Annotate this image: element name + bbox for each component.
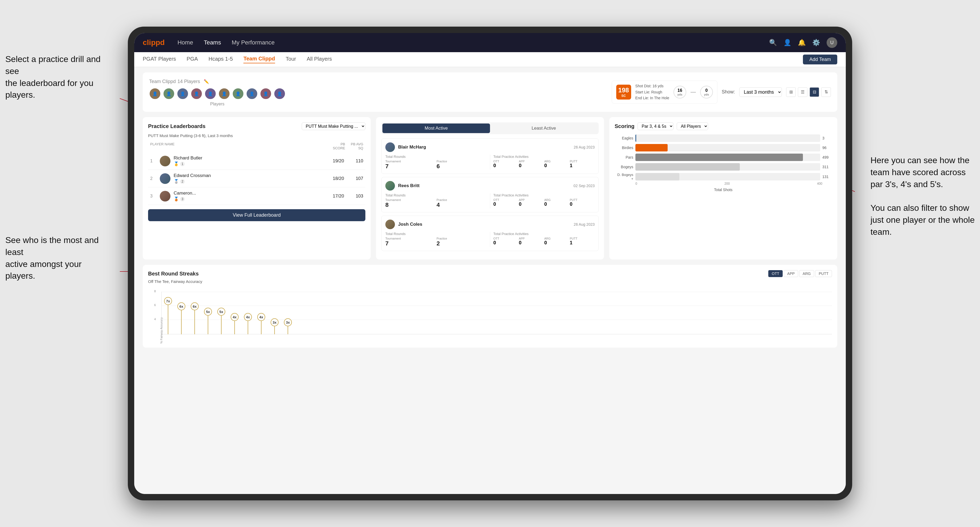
tournament-val-1: 7 bbox=[385, 163, 435, 170]
rank-3: 3 bbox=[150, 194, 157, 198]
practice-val-1: 6 bbox=[436, 163, 487, 170]
sub-nav-hcaps[interactable]: Hcaps 1-5 bbox=[208, 56, 233, 63]
tablet-screen: clippd Home Teams My Performance 🔍 👤 🔔 ⚙… bbox=[134, 33, 846, 494]
player-avatar: 👤 bbox=[232, 88, 244, 100]
leaderboard-panel-title: Practice Leaderboards bbox=[148, 123, 205, 129]
settings-icon[interactable]: ⚙️ bbox=[812, 39, 820, 46]
rank-1: 1 bbox=[150, 159, 157, 163]
col-player-name: PLAYER NAME bbox=[150, 142, 327, 150]
rank-badge-1: 1 bbox=[180, 162, 185, 167]
player-count: 14 Players bbox=[177, 79, 200, 84]
sub-nav-pga[interactable]: PGA bbox=[187, 56, 198, 63]
edit-team-icon[interactable]: ✏️ bbox=[204, 79, 209, 84]
lb-score-2: 18/20 bbox=[328, 176, 344, 181]
total-practice-label: Total Practice Activities bbox=[493, 155, 595, 159]
lollipop-stem-6 bbox=[234, 321, 235, 334]
grid-view-button[interactable]: ⊞ bbox=[786, 87, 796, 97]
show-select[interactable]: Last 3 months Last month Last year bbox=[739, 87, 782, 97]
sub-nav-pgat[interactable]: PGAT Players bbox=[143, 56, 176, 63]
putt-tab[interactable]: PUTT bbox=[815, 270, 832, 277]
lollipops-row: 7x 6x 6x 5x bbox=[161, 292, 832, 334]
leaderboard-row: 1 Richard Butler 🥇 1 19/20 110 bbox=[148, 152, 365, 170]
annotation-mid-left: See who is the most and least active amo… bbox=[5, 234, 112, 282]
nav-home[interactable]: Home bbox=[177, 39, 193, 46]
activity-panel: Most Active Least Active Blair McHarg 26… bbox=[376, 117, 604, 259]
sub-nav-tour[interactable]: Tour bbox=[286, 56, 296, 63]
lb-score-3: 17/20 bbox=[328, 194, 344, 199]
drill-select[interactable]: PUTT Must Make Putting ... bbox=[302, 122, 365, 130]
activity-avatar-2 bbox=[385, 181, 395, 190]
user-avatar[interactable]: U bbox=[827, 37, 837, 48]
putt-2: 0 bbox=[570, 202, 595, 207]
team-right: 198 SC Shot Dist: 16 yds Start Lie: Roug… bbox=[612, 81, 831, 103]
sub-nav: PGAT Players PGA Hcaps 1-5 Team Clippd T… bbox=[134, 52, 846, 67]
lb-avg-1: 110 bbox=[347, 158, 363, 163]
lollipop-10: 3x bbox=[284, 292, 292, 334]
view-icons: ⊞ ☰ ⊟ ⇅ bbox=[786, 87, 831, 97]
arg-3: 0 bbox=[544, 240, 570, 246]
person-icon[interactable]: 👤 bbox=[783, 39, 791, 46]
player-avatar: 👤 bbox=[163, 88, 175, 100]
lb-name-1: Richard Butler bbox=[173, 156, 325, 161]
col-pb-avg: PB AVG SQ bbox=[347, 142, 363, 150]
ott-3: 0 bbox=[493, 240, 519, 246]
rank-badge-3: 3 bbox=[180, 197, 185, 202]
lollipop-stem-4 bbox=[208, 316, 208, 334]
nav-my-performance[interactable]: My Performance bbox=[232, 39, 275, 46]
search-icon[interactable]: 🔍 bbox=[769, 39, 777, 46]
total-practice-label-2: Total Practice Activities bbox=[493, 193, 595, 197]
total-rounds-label-3: Total Rounds bbox=[385, 232, 487, 236]
least-active-tab[interactable]: Least Active bbox=[490, 124, 598, 133]
arg-tab[interactable]: ARG bbox=[799, 270, 814, 277]
birdies-track bbox=[635, 144, 820, 151]
bell-icon[interactable]: 🔔 bbox=[798, 39, 806, 46]
activity-card-2-header: Rees Britt 02 Sep 2023 bbox=[385, 181, 595, 190]
activity-date-1: 26 Aug 2023 bbox=[574, 145, 595, 149]
dbogeys-value: 131 bbox=[822, 175, 832, 179]
nav-teams[interactable]: Teams bbox=[204, 39, 221, 46]
lb-name-3: Cameron... bbox=[173, 190, 325, 196]
bogeys-value: 311 bbox=[822, 165, 832, 169]
activity-card-3: Josh Coles 26 Aug 2023 Total Rounds Tour… bbox=[381, 216, 599, 251]
view-full-leaderboard-button[interactable]: View Full Leaderboard bbox=[148, 209, 365, 221]
streaks-subtitle: Off The Tee, Fairway Accuracy bbox=[148, 279, 832, 284]
chart-x-title: Total Shots bbox=[615, 187, 832, 192]
lb-avg-3: 103 bbox=[347, 194, 363, 199]
lollipop-label-5: 5x bbox=[217, 308, 225, 316]
app-tab[interactable]: APP bbox=[784, 270, 798, 277]
activity-name-1: Blair McHarg bbox=[398, 144, 570, 150]
lollipop-label-4: 5x bbox=[204, 308, 212, 316]
tablet-device: clippd Home Teams My Performance 🔍 👤 🔔 ⚙… bbox=[128, 27, 852, 500]
lollipop-9: 3x bbox=[270, 292, 278, 334]
eagles-bar-row: Eagles 3 bbox=[615, 135, 832, 142]
pars-bar-row: Pars 499 bbox=[615, 154, 832, 161]
activity-tabs: Most Active Least Active bbox=[381, 122, 599, 134]
filter-view-button[interactable]: ⇅ bbox=[821, 87, 831, 97]
players-label: Players bbox=[149, 102, 285, 106]
lollipop-4: 5x bbox=[204, 292, 212, 334]
sub-nav-team-clippd[interactable]: Team Clippd bbox=[243, 56, 275, 63]
lollipop-label-3: 6x bbox=[191, 302, 199, 310]
col-pb-score: PB SCORE bbox=[329, 142, 345, 150]
bogeys-label: Bogeys bbox=[615, 165, 633, 169]
leaderboard-subtitle: PUTT Must Make Putting (3-6 ft), Last 3 … bbox=[148, 133, 365, 138]
sub-nav-all-players[interactable]: All Players bbox=[307, 56, 332, 63]
annotation-top-right: Here you can see how the team have score… bbox=[870, 154, 975, 238]
add-team-button[interactable]: Add Team bbox=[803, 55, 837, 64]
lollipop-chart-container: % Fairway Accuracy 8 6 4 7x bbox=[148, 289, 832, 342]
par-filter-select[interactable]: Par 3, 4 & 5s Par 3s Par 4s Par 5s bbox=[638, 122, 673, 130]
list-view-button[interactable]: ☰ bbox=[798, 87, 807, 97]
divider-1 bbox=[490, 155, 490, 170]
lollipop-stem-3 bbox=[194, 310, 195, 334]
most-active-tab[interactable]: Most Active bbox=[382, 124, 490, 133]
lb-avatar-1 bbox=[160, 156, 170, 167]
ott-tab[interactable]: OTT bbox=[768, 270, 783, 277]
scoring-panel: Scoring Par 3, 4 & 5s Par 3s Par 4s Par … bbox=[609, 117, 837, 259]
lb-name-2: Edward Crossman bbox=[173, 173, 325, 178]
card-view-button[interactable]: ⊟ bbox=[810, 87, 819, 97]
total-practice-label-3: Total Practice Activities bbox=[493, 232, 595, 236]
pars-fill bbox=[635, 154, 803, 161]
player-filter-select[interactable]: All Players bbox=[677, 122, 708, 130]
ott-2: 0 bbox=[493, 202, 519, 207]
lollipop-2: 6x bbox=[177, 292, 185, 334]
